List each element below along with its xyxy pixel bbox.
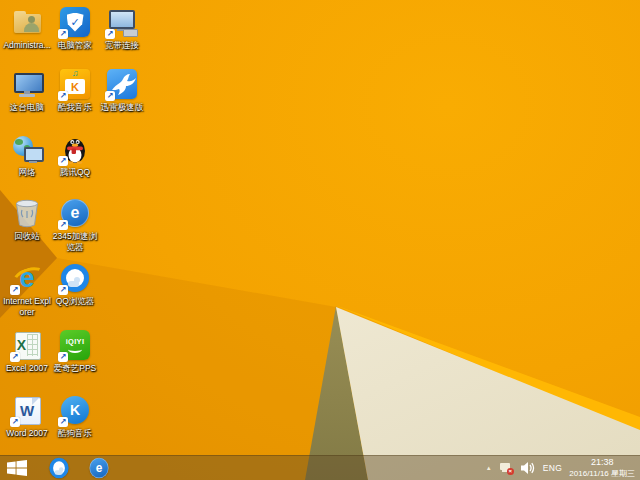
desktop-icon-iqiyi-pps[interactable]: iQIYI ↗爱奇艺PPS (51, 329, 99, 374)
desktop-icon-broadband-connection[interactable]: ↗宽带连接 (98, 6, 146, 51)
icon-label: Internet Explorer (3, 296, 51, 318)
shortcut-arrow-icon: ↗ (105, 91, 115, 101)
internet-explorer-icon: e ↗ (11, 262, 43, 294)
icon-label: QQ浏览器 (51, 296, 99, 307)
desktop-icon-internet-explorer[interactable]: e ↗Internet Explorer (3, 262, 51, 318)
shortcut-arrow-icon: ↗ (58, 29, 68, 39)
desktop-icon-this-pc[interactable]: 这台电脑 (3, 68, 51, 113)
icon-label: 宽带连接 (98, 40, 146, 51)
icon-label: 迅雷极速版 (98, 102, 146, 113)
administrator-folder-icon (11, 6, 43, 38)
network-error-badge: × (507, 468, 514, 475)
taskbar-qq-browser[interactable] (44, 452, 74, 480)
desktop-icon-recycle-bin[interactable]: 回收站 (3, 197, 51, 242)
shortcut-arrow-icon: ↗ (58, 156, 68, 166)
clock[interactable]: 21:38 2016/11/16 星期三 (569, 457, 635, 479)
language-indicator[interactable]: ENG (543, 463, 563, 473)
clock-time: 21:38 (569, 457, 635, 468)
system-tray: ▲ × ENG 21:38 2016/11/16 星期三 (486, 456, 640, 480)
icon-label: 网络 (3, 167, 51, 178)
icon-label: 2345加速浏览器 (51, 231, 99, 253)
desktop-icon-browser-2345[interactable]: e↗2345加速浏览器 (51, 197, 99, 253)
desktop-icon-grid: Administra... ✓ ↗电脑管家 ↗宽带连接 这台电脑 ♫ K↗酷我音… (0, 0, 640, 455)
start-button[interactable] (0, 456, 34, 480)
tencent-qq-icon: ↗ (59, 133, 91, 165)
this-pc-icon (11, 68, 43, 100)
network-status-icon[interactable]: × (499, 462, 513, 475)
icon-label: Word 2007 (3, 428, 51, 439)
broadband-connection-icon: ↗ (106, 6, 138, 38)
icon-label: 回收站 (3, 231, 51, 242)
icon-label: 爱奇艺PPS (51, 363, 99, 374)
shortcut-arrow-icon: ↗ (10, 352, 20, 362)
taskbar-pinned-apps: e (34, 452, 114, 480)
word-2007-icon: W↗ (11, 394, 43, 426)
icon-label: 这台电脑 (3, 102, 51, 113)
desktop-icon-word-2007[interactable]: W↗Word 2007 (3, 394, 51, 439)
shortcut-arrow-icon: ↗ (10, 417, 20, 427)
icon-label: 腾讯QQ (51, 167, 99, 178)
icon-label: 酷狗音乐 (51, 428, 99, 439)
windows-desktop: Administra... ✓ ↗电脑管家 ↗宽带连接 这台电脑 ♫ K↗酷我音… (0, 0, 640, 480)
desktop-icon-administrator-folder[interactable]: Administra... (3, 6, 51, 51)
icon-label: 酷我音乐 (51, 102, 99, 113)
taskbar-qq-browser-icon (48, 456, 70, 480)
desktop-icon-xunlei-thunder[interactable]: ↗迅雷极速版 (98, 68, 146, 113)
icon-label: Excel 2007 (3, 363, 51, 374)
network-icon (11, 133, 43, 165)
desktop-icon-qq-browser[interactable]: ↗QQ浏览器 (51, 262, 99, 307)
volume-icon[interactable] (520, 461, 536, 475)
browser-2345-icon: e↗ (59, 197, 91, 229)
shortcut-arrow-icon: ↗ (58, 91, 68, 101)
xunlei-thunder-icon: ↗ (106, 68, 138, 100)
windows-logo-icon (7, 460, 27, 476)
shortcut-arrow-icon: ↗ (58, 285, 68, 295)
qq-browser-icon: ↗ (59, 262, 91, 294)
taskbar-left-group: e (0, 456, 114, 480)
shortcut-arrow-icon: ↗ (58, 417, 68, 427)
tray-overflow-arrow-icon[interactable]: ▲ (486, 456, 492, 480)
desktop-icon-kuwo-music[interactable]: ♫ K↗酷我音乐 (51, 68, 99, 113)
icon-label: Administra... (3, 40, 51, 51)
shortcut-arrow-icon: ↗ (58, 352, 68, 362)
pc-manager-icon: ✓ ↗ (59, 6, 91, 38)
desktop-icon-network[interactable]: 网络 (3, 133, 51, 178)
clock-date: 2016/11/16 星期三 (569, 468, 635, 479)
taskbar-2345-browser-icon: e (88, 456, 110, 480)
shortcut-arrow-icon: ↗ (105, 29, 115, 39)
kugou-music-icon: K↗ (59, 394, 91, 426)
desktop-icon-kugou-music[interactable]: K↗酷狗音乐 (51, 394, 99, 439)
excel-2007-icon: X↗ (11, 329, 43, 361)
iqiyi-pps-icon: iQIYI ↗ (59, 329, 91, 361)
icon-label: 电脑管家 (51, 40, 99, 51)
taskbar-2345-browser[interactable]: e (84, 452, 114, 480)
taskbar: e ▲ × ENG 21:38 2016/11/16 星期三 (0, 455, 640, 480)
shortcut-arrow-icon: ↗ (58, 220, 68, 230)
recycle-bin-icon (11, 197, 43, 229)
desktop-icon-excel-2007[interactable]: X↗Excel 2007 (3, 329, 51, 374)
kuwo-music-icon: ♫ K↗ (59, 68, 91, 100)
desktop-icon-tencent-qq[interactable]: ↗腾讯QQ (51, 133, 99, 178)
shortcut-arrow-icon: ↗ (10, 285, 20, 295)
desktop-icon-pc-manager[interactable]: ✓ ↗电脑管家 (51, 6, 99, 51)
